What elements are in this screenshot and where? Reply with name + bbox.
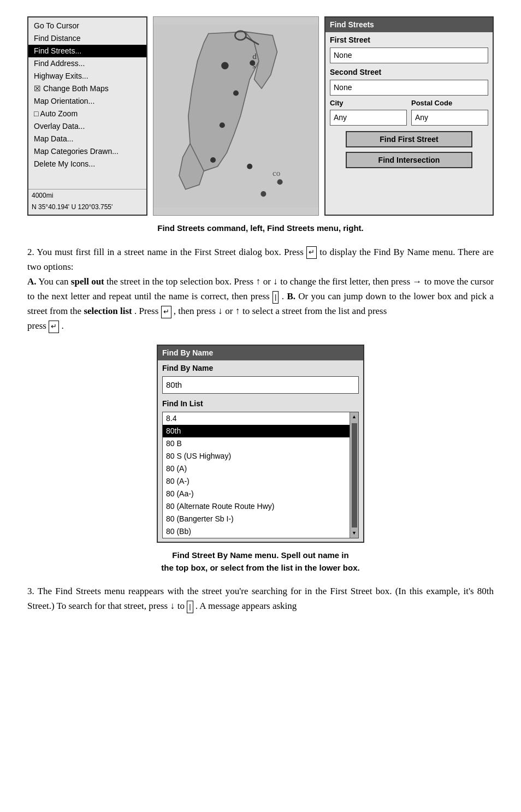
city-postal-row: City Any Postal Code Any xyxy=(325,97,493,127)
find-streets-title: Find Streets xyxy=(325,17,493,32)
list-item[interactable]: 80 (Alternate Route Route Hwy) xyxy=(163,500,350,513)
enter-key-icon: ↵ xyxy=(306,246,317,259)
enter-key-icon-4: ↵ xyxy=(49,321,59,333)
menu-item-delete-my-icons[interactable]: Delete My Icons... xyxy=(28,158,146,170)
caption2-line1: Find Street By Name menu. Spell out name… xyxy=(172,550,348,560)
status-scale: 4000mi xyxy=(32,191,53,200)
status-bar: 4000mi xyxy=(28,189,146,201)
down-arrow-icon: ↓ xyxy=(273,276,280,287)
caption-1: Find Streets command, left, Find Streets… xyxy=(27,222,494,235)
fbn-list-inner: 8.4 80th 80 B 80 S (US Highway) 80 (A) 8… xyxy=(163,412,358,538)
list-item[interactable]: 80 (Bb) xyxy=(163,525,350,538)
fbn-title: Find By Name xyxy=(158,346,363,360)
svg-text:s: s xyxy=(252,61,256,70)
body-text-1a: 2. You must first fill in a street name … xyxy=(27,247,304,257)
svg-point-6 xyxy=(220,122,225,128)
fbn-input-field[interactable]: 80th xyxy=(162,376,359,394)
list-item[interactable]: 80 B xyxy=(163,437,350,450)
body-text-Af: . xyxy=(282,291,284,301)
list-item[interactable]: 8.4 xyxy=(163,412,350,425)
body-text-B-f: to select a street from the list and pre… xyxy=(242,306,387,316)
svg-text:d: d xyxy=(252,52,257,61)
list-item[interactable]: 80 (Aa-) xyxy=(163,488,350,500)
postal-code-label: Postal Code xyxy=(411,98,488,109)
body-paragraph-1: 2. You must first fill in a street name … xyxy=(27,245,494,334)
list-item[interactable]: 80 (A) xyxy=(163,463,350,475)
first-street-label: First Street xyxy=(325,32,493,46)
find-streets-panel: Find Streets First Street None Second St… xyxy=(324,16,494,216)
caption2-line2: the top box, or select from the list in … xyxy=(161,563,359,572)
bottom-down-arrow-icon: ↓ xyxy=(170,601,177,611)
body-text-or: or xyxy=(263,276,271,287)
list-item[interactable]: 80 (A-) xyxy=(163,475,350,488)
body-text-B-g: press xyxy=(27,321,46,331)
map-area: d s co xyxy=(153,16,319,216)
find-by-name-wrapper: Find By Name Find By Name 80th Find In L… xyxy=(27,345,494,543)
left-menu-panel: Go To Cursor Find Distance Find Streets.… xyxy=(27,16,147,216)
menu-item-highway-exits[interactable]: Highway Exits... xyxy=(28,70,146,82)
svg-text:co: co xyxy=(273,169,280,177)
scroll-up-button[interactable]: ▲ xyxy=(351,412,358,422)
find-first-street-button[interactable]: Find First Street xyxy=(346,131,472,147)
first-street-field[interactable]: None xyxy=(330,48,488,63)
fbn-list-container: 8.4 80th 80 B 80 S (US Highway) 80 (A) 8… xyxy=(162,412,359,538)
bottom-text-3: . A message appears asking xyxy=(196,601,297,611)
list-item-selected[interactable]: 80th xyxy=(163,425,350,437)
up-arrow-icon: ↑ xyxy=(256,276,263,287)
menu-item-overlay-data[interactable]: Overlay Data... xyxy=(28,120,146,133)
top-section: Go To Cursor Find Distance Find Streets.… xyxy=(27,16,494,216)
bottom-text-2: to xyxy=(177,601,185,611)
list-scrollbar[interactable]: ▲ ▼ xyxy=(350,412,358,538)
menu-item-map-categories[interactable]: Map Categories Drawn... xyxy=(28,145,146,158)
city-field[interactable]: Any xyxy=(330,110,407,126)
bottom-paragraph: 3. The Find Streets menu reappears with … xyxy=(27,584,494,613)
city-col: City Any xyxy=(330,98,407,126)
menu-item-go-to-cursor[interactable]: Go To Cursor xyxy=(28,20,146,32)
menu-item-change-both-maps[interactable]: ☒ Change Both Maps xyxy=(28,82,146,95)
enter-key-icon-3: ↵ xyxy=(161,306,171,318)
menu-item-map-data[interactable]: Map Data... xyxy=(28,133,146,145)
menu-item-find-address[interactable]: Find Address... xyxy=(28,57,146,70)
enter-key-icon-2: | xyxy=(273,291,279,304)
bottom-key-icon: | xyxy=(187,601,193,613)
fbn-find-in-list-label: Find In List xyxy=(158,397,363,411)
scroll-thumb[interactable] xyxy=(352,423,357,527)
up-arrow-icon-2: ↑ xyxy=(235,306,242,316)
body-text-A-d: to change the first letter, then press xyxy=(280,276,410,287)
body-text-A-b: the street in the top selection box. Pre… xyxy=(106,276,253,287)
svg-point-14 xyxy=(247,164,252,169)
svg-point-4 xyxy=(221,62,228,69)
body-text-B-label: B. xyxy=(287,291,295,301)
find-by-name-panel: Find By Name Find By Name 80th Find In L… xyxy=(157,345,364,543)
list-item[interactable]: 80 (Bangerter Sb I-) xyxy=(163,513,350,525)
body-text-B-c: . Press xyxy=(134,306,158,316)
svg-point-13 xyxy=(260,191,266,197)
body-text-A-label: A. xyxy=(27,276,37,287)
fbn-sublabel: Find By Name xyxy=(158,360,363,375)
svg-point-12 xyxy=(277,179,283,185)
svg-point-5 xyxy=(233,91,239,96)
find-intersection-button[interactable]: Find Intersection xyxy=(346,152,472,168)
body-text-B-period: . xyxy=(61,321,63,331)
body-text-B-d: , then press xyxy=(174,306,216,316)
second-street-label: Second Street xyxy=(325,64,493,79)
second-street-field[interactable]: None xyxy=(330,80,488,96)
list-item[interactable]: 80 S (US Highway) xyxy=(163,450,350,463)
body-text-A-bold: spell out xyxy=(71,276,104,287)
svg-point-7 xyxy=(210,157,216,163)
scroll-down-button[interactable]: ▼ xyxy=(351,529,358,538)
status-coords: N 35°40.194' U 120°03.755' xyxy=(28,201,146,212)
body-text-selection-list: selection list xyxy=(84,306,132,316)
find-intersection-row: Find Intersection xyxy=(330,152,488,168)
postal-code-field[interactable]: Any xyxy=(411,110,488,126)
menu-item-find-streets[interactable]: Find Streets... xyxy=(28,45,146,57)
city-label: City xyxy=(330,98,407,109)
body-text-B-or: or xyxy=(225,306,233,316)
right-arrow-icon: → xyxy=(412,276,424,287)
menu-item-auto-zoom[interactable]: □ Auto Zoom xyxy=(28,108,146,120)
menu-item-find-distance[interactable]: Find Distance xyxy=(28,32,146,45)
find-first-street-row: Find First Street xyxy=(330,131,488,147)
menu-item-map-orientation[interactable]: Map Orientation... xyxy=(28,95,146,108)
postal-col: Postal Code Any xyxy=(411,98,488,126)
caption-2: Find Street By Name menu. Spell out name… xyxy=(27,549,494,574)
